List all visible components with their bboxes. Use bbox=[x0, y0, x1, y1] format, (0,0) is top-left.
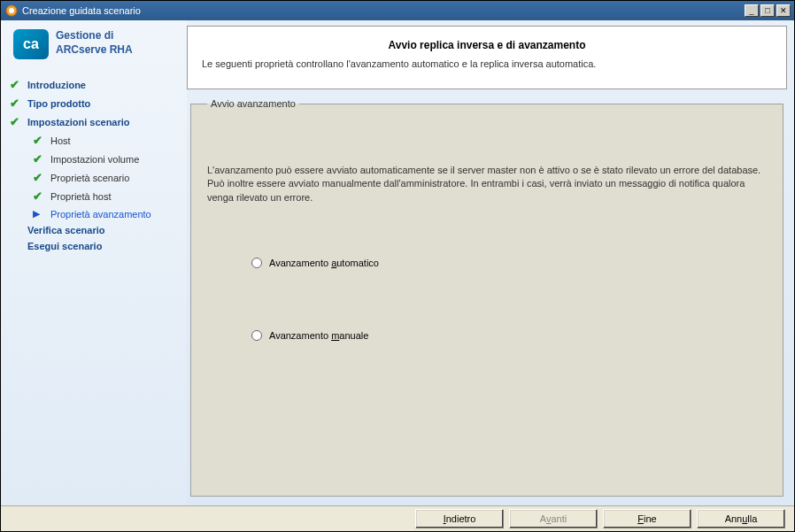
radio-icon bbox=[251, 330, 262, 341]
check-icon: ✔ bbox=[33, 134, 45, 147]
check-icon: ✔ bbox=[10, 78, 22, 91]
close-button[interactable]: ✕ bbox=[776, 4, 791, 17]
radio-label-manuale: Avanzamento manuale bbox=[269, 330, 368, 341]
nav-esegui-scenario[interactable]: Esegui scenario bbox=[8, 238, 180, 254]
nav-impostazioni-scenario[interactable]: ✔Impostazioni scenario bbox=[8, 112, 180, 131]
nav-proprieta-host[interactable]: ✔Proprietà host bbox=[8, 187, 180, 205]
nav-tipo-prodotto[interactable]: ✔Tipo prodotto bbox=[8, 94, 180, 112]
window-controls: _ □ ✕ bbox=[745, 4, 791, 17]
footer: Indietro Avanti Fine Annulla bbox=[1, 505, 794, 531]
nav-proprieta-scenario[interactable]: ✔Proprietà scenario bbox=[8, 168, 180, 187]
radio-icon bbox=[251, 258, 262, 268]
branding: ca Gestione di ARCserve RHA bbox=[8, 29, 180, 59]
nav-impostazioni-volume[interactable]: ✔Impostazioni volume bbox=[8, 150, 180, 168]
maximize-button[interactable]: □ bbox=[760, 4, 775, 17]
group-description: L'avanzamento può essere avviato automat… bbox=[207, 164, 767, 204]
radio-avanzamento-manuale[interactable]: Avanzamento manuale bbox=[207, 330, 767, 341]
logo-icon: ca bbox=[13, 29, 49, 59]
sidebar: ca Gestione di ARCserve RHA ✔Introduzion… bbox=[1, 20, 187, 505]
next-button[interactable]: Avanti bbox=[509, 509, 598, 528]
page-title: Avvio replica inversa e di avanzamento bbox=[202, 39, 772, 51]
nav-verifica-scenario[interactable]: Verifica scenario bbox=[8, 222, 180, 238]
cancel-button[interactable]: Annulla bbox=[697, 509, 785, 528]
app-icon bbox=[4, 4, 19, 18]
radio-avanzamento-automatico[interactable]: Avanzamento automatico bbox=[207, 258, 767, 268]
group-legend: Avvio avanzamento bbox=[207, 98, 299, 109]
product-name: Gestione di ARCserve RHA bbox=[56, 29, 133, 57]
content-panel: Avvio replica inversa e di avanzamento L… bbox=[187, 20, 794, 505]
window-title: Creazione guidata scenario bbox=[22, 5, 745, 16]
arrow-icon: ▶ bbox=[33, 208, 45, 220]
nav-proprieta-avanzamento[interactable]: ▶Proprietà avanzamento bbox=[8, 205, 180, 222]
nav-introduzione[interactable]: ✔Introduzione bbox=[8, 75, 180, 94]
svg-point-1 bbox=[9, 8, 14, 13]
finish-button[interactable]: Fine bbox=[603, 509, 691, 528]
check-icon: ✔ bbox=[33, 171, 45, 184]
main-area: ca Gestione di ARCserve RHA ✔Introduzion… bbox=[1, 20, 794, 505]
check-icon: ✔ bbox=[33, 189, 45, 203]
radio-label-automatico: Avanzamento automatico bbox=[269, 258, 379, 268]
nav-host[interactable]: ✔Host bbox=[8, 131, 180, 150]
check-icon: ✔ bbox=[10, 96, 22, 110]
check-icon: ✔ bbox=[10, 115, 22, 128]
titlebar: Creazione guidata scenario _ □ ✕ bbox=[1, 1, 794, 20]
page-subtitle: Le seguenti proprietà controllano l'avan… bbox=[202, 58, 772, 69]
page-header: Avvio replica inversa e di avanzamento L… bbox=[187, 26, 787, 89]
check-icon: ✔ bbox=[33, 152, 45, 166]
back-button[interactable]: Indietro bbox=[415, 509, 504, 528]
minimize-button[interactable]: _ bbox=[745, 4, 759, 17]
avvio-avanzamento-group: Avvio avanzamento L'avanzamento può esse… bbox=[190, 98, 783, 497]
